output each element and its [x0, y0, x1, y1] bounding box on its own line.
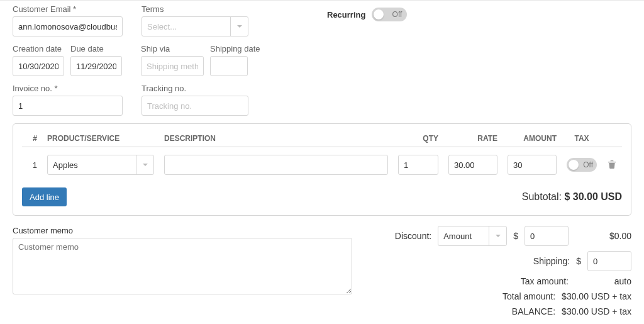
terms-label: Terms [142, 4, 252, 14]
line-amount-input[interactable] [508, 155, 557, 175]
ship-via-label: Ship via [141, 44, 204, 53]
balance-value: $30.00 USD + tax [562, 306, 631, 316]
line-row: 1 Apples Off [22, 147, 622, 180]
line-rate-input[interactable] [448, 155, 497, 175]
chevron-down-icon [230, 17, 248, 36]
col-amount: AMOUNT [508, 134, 557, 143]
shipping-currency: $ [576, 256, 581, 266]
line-product-select[interactable]: Apples [47, 155, 154, 175]
terms-select-text: Select... [142, 22, 230, 31]
add-line-button[interactable]: Add line [22, 187, 67, 206]
line-qty-input[interactable] [398, 155, 438, 175]
terms-select[interactable]: Select... [142, 16, 248, 36]
balance-label: BALANCE: [512, 306, 555, 316]
discount-currency: $ [513, 231, 518, 241]
due-date-label: Due date [70, 44, 122, 53]
trash-icon[interactable] [607, 159, 622, 171]
total-amount-value: $30.00 USD + tax [562, 291, 631, 301]
chevron-down-icon [489, 226, 506, 245]
due-date-input[interactable] [70, 56, 122, 76]
line-tax-toggle[interactable]: Off [567, 158, 597, 172]
discount-result: $0.00 [575, 231, 631, 241]
shipping-value-input[interactable] [587, 251, 631, 271]
discount-type-text: Amount [438, 232, 489, 241]
shipping-date-label: Shipping date [210, 44, 260, 53]
col-description: DESCRIPTION [164, 134, 388, 143]
col-num: # [22, 134, 37, 143]
col-tax: TAX [567, 134, 597, 143]
recurring-toggle[interactable]: Off [372, 8, 407, 21]
tracking-no-input[interactable] [142, 96, 248, 116]
line-num: 1 [22, 160, 37, 170]
customer-email-label: Customer Email * [13, 4, 123, 14]
customer-memo-label: Customer memo [13, 226, 352, 235]
invoice-no-label: Invoice no. * [13, 84, 123, 93]
tracking-no-label: Tracking no. [142, 84, 248, 93]
shipping-date-input[interactable] [210, 56, 248, 76]
tax-amount-value: auto [575, 276, 631, 286]
line-items-header: # PRODUCT/SERVICE DESCRIPTION QTY RATE A… [22, 130, 622, 147]
invoice-no-input[interactable] [13, 96, 123, 116]
customer-email-input[interactable] [13, 16, 123, 36]
creation-date-input[interactable] [13, 56, 64, 76]
subtotal-value: $ 30.00 USD [564, 191, 622, 202]
col-product: PRODUCT/SERVICE [47, 134, 154, 143]
recurring-label: Recurring [327, 10, 365, 20]
line-tax-toggle-state: Off [583, 160, 593, 169]
subtotal-label: Subtotal: [522, 191, 565, 202]
chevron-down-icon [136, 155, 153, 174]
line-product-text: Apples [48, 160, 136, 170]
discount-type-select[interactable]: Amount [438, 226, 507, 246]
discount-label: Discount: [395, 231, 431, 241]
recurring-toggle-state: Off [392, 10, 402, 19]
line-items-panel: # PRODUCT/SERVICE DESCRIPTION QTY RATE A… [13, 123, 631, 216]
total-amount-label: Total amount: [502, 291, 555, 301]
creation-date-label: Creation date [13, 44, 64, 53]
line-description-input[interactable] [164, 155, 388, 175]
discount-value-input[interactable] [525, 226, 569, 246]
customer-memo-input[interactable] [13, 238, 352, 294]
shipping-label: Shipping: [533, 256, 570, 266]
col-rate: RATE [448, 134, 497, 143]
ship-via-input[interactable] [141, 56, 204, 76]
col-qty: QTY [398, 134, 438, 143]
tax-amount-label: Tax amount: [521, 276, 569, 286]
